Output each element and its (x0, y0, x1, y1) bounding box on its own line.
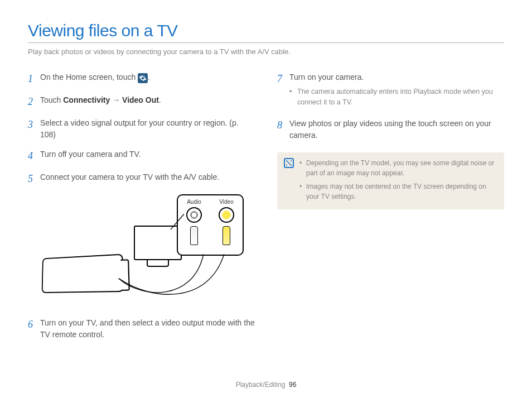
note-item: •Images may not be centered on the TV sc… (299, 181, 497, 202)
camera-illustration (42, 254, 124, 293)
tv-illustration (134, 226, 182, 270)
step-2: 2 Touch Connectivity → Video Out. (28, 94, 255, 109)
step-3: 3 Select a video signal output for your … (28, 117, 255, 141)
video-label: Video (219, 199, 234, 205)
title-rule (28, 42, 504, 43)
step-7: 7 Turn on your camera. •The camera autom… (277, 71, 504, 110)
av-port-panel: Audio Video (177, 194, 244, 256)
note-item: •Depending on the TV model, you may see … (299, 158, 497, 178)
left-column: 1 On the Home screen, touch . 2 Touch Co… (28, 71, 255, 348)
right-column: 7 Turn on your camera. •The camera autom… (277, 71, 504, 348)
step-8: 8 View photos or play videos using the t… (277, 118, 504, 141)
step-4: 4 Turn off your camera and TV. (28, 149, 255, 164)
page-title: Viewing files on a TV (28, 21, 504, 40)
step-1: 1 On the Home screen, touch . (28, 71, 255, 87)
step-5: 5 Connect your camera to your TV with th… (28, 171, 255, 186)
page-footer: Playback/Editing 96 (0, 381, 532, 389)
av-connection-diagram: Audio Video (39, 194, 255, 306)
step-6: 6 Turn on your TV, and then select a vid… (28, 317, 255, 341)
audio-label: Audio (186, 199, 202, 205)
video-plug (223, 226, 230, 245)
settings-icon (138, 73, 148, 83)
video-port (219, 207, 234, 223)
step-7-sub: •The camera automatically enters into Pl… (289, 87, 504, 108)
note-icon (284, 158, 294, 168)
note-box: •Depending on the TV model, you may see … (277, 152, 504, 209)
audio-port (186, 207, 202, 223)
intro-text: Play back photos or videos by connecting… (28, 47, 504, 56)
audio-plug (190, 226, 198, 245)
